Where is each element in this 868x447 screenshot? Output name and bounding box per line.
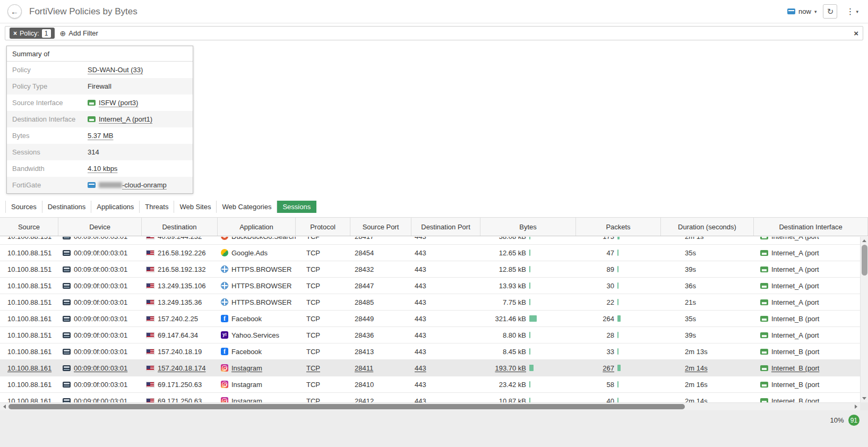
cell-destination-interface: Internet_B (port xyxy=(754,311,860,326)
status-bar: 10% 91 xyxy=(0,410,868,447)
cell-destination-port: 443 xyxy=(411,261,480,277)
horizontal-scrollbar[interactable] xyxy=(0,402,860,410)
status-widgets: 10% 91 xyxy=(830,415,860,426)
summary-value-text[interactable]: -cloud-onramp xyxy=(122,181,167,189)
table-row[interactable]: 10.100.88.15100:09:0f:00:03:0140.89.244.… xyxy=(0,237,860,245)
device-icon xyxy=(63,250,71,256)
destination-port: 443 xyxy=(415,237,426,240)
cell-protocol: TCP xyxy=(296,343,350,359)
tab-sources[interactable]: Sources xyxy=(5,201,42,213)
summary-value-text[interactable]: SD-WAN-Out (33) xyxy=(88,66,143,74)
device-icon xyxy=(63,349,71,355)
column-header-destination-interface[interactable]: Destination Interface xyxy=(754,218,868,236)
duration: 2m 1s xyxy=(685,237,703,240)
tab-threats[interactable]: Threats xyxy=(140,201,174,213)
cell-destination-interface: Internet_A (port xyxy=(754,294,860,310)
facebook-icon xyxy=(221,348,228,355)
tab-applications[interactable]: Applications xyxy=(91,201,140,213)
add-filter-button[interactable]: ⊕ Add Filter xyxy=(60,29,98,38)
refresh-button[interactable]: ↻ xyxy=(823,4,837,19)
summary-value: -cloud-onramp xyxy=(88,181,167,189)
summary-value-text[interactable]: Internet_A (port1) xyxy=(99,115,152,123)
destination-ip: 157.240.18.19 xyxy=(158,348,202,356)
application-name: Google.Ads xyxy=(231,249,268,257)
source-port: 28449 xyxy=(355,315,374,323)
table-row[interactable]: 10.100.88.15100:09:0f:00:03:0113.249.135… xyxy=(0,294,860,311)
policy-filter-chip[interactable]: × Policy: 1 xyxy=(10,28,55,39)
table-row[interactable]: 10.100.88.16100:09:0f:00:03:01157.240.2.… xyxy=(0,311,860,327)
interface-icon xyxy=(760,349,768,355)
summary-value-text[interactable]: 5.37 MB xyxy=(88,132,113,140)
column-header-source[interactable]: Source xyxy=(0,218,58,236)
interface-icon xyxy=(760,332,768,338)
duration: 39s xyxy=(685,265,696,273)
device-icon xyxy=(63,398,71,403)
remove-filter-icon[interactable]: × xyxy=(13,30,17,37)
tab-sessions[interactable]: Sessions xyxy=(277,201,316,213)
scroll-left-arrow[interactable] xyxy=(1,403,8,410)
column-header-destination[interactable]: Destination xyxy=(142,218,218,236)
bytes-value: 13.93 kB xyxy=(480,282,526,290)
column-header-source-port[interactable]: Source Port xyxy=(350,218,411,236)
device-mac: 00:09:0f:00:03:01 xyxy=(74,331,127,339)
filter-input-area[interactable]: × Policy: 1 ⊕ Add Filter × xyxy=(5,26,863,40)
tab-web-categories[interactable]: Web Categories xyxy=(217,201,277,213)
more-menu-button[interactable]: ⋮ ▾ xyxy=(844,6,861,16)
cell-source-port: 28436 xyxy=(350,327,411,343)
protocol: TCP xyxy=(306,364,320,372)
add-filter-label: Add Filter xyxy=(68,29,98,37)
clear-filters-icon[interactable]: × xyxy=(854,29,858,38)
summary-value: ISFW (port3) xyxy=(88,99,138,107)
table-row[interactable]: 10.100.88.15100:09:0f:00:03:01216.58.192… xyxy=(0,245,860,261)
cell-destination-port: 443 xyxy=(411,278,480,294)
scroll-up-arrow[interactable] xyxy=(861,237,868,244)
column-header-duration-seconds-[interactable]: Duration (seconds) xyxy=(661,218,754,236)
tab-destinations[interactable]: Destinations xyxy=(42,201,92,213)
cell-duration: 2m 14s xyxy=(661,360,754,376)
horizontal-scroll-thumb[interactable] xyxy=(8,404,685,409)
destination-ip: 157.240.2.25 xyxy=(158,315,198,323)
summary-value-text[interactable]: ISFW (port3) xyxy=(99,99,138,107)
column-header-device[interactable]: Device xyxy=(58,218,142,236)
bytes-bar xyxy=(529,282,530,289)
destination-interface: Internet_A (port xyxy=(771,331,819,339)
vertical-scroll-thumb[interactable] xyxy=(862,245,867,276)
table-row[interactable]: 10.100.88.15100:09:0f:00:03:0169.147.64.… xyxy=(0,327,860,343)
fortigate-icon xyxy=(787,8,795,14)
summary-label: Source Interface xyxy=(7,99,88,107)
tab-web-sites[interactable]: Web Sites xyxy=(174,201,217,213)
summary-value: Internet_A (port1) xyxy=(88,115,152,123)
cell-bytes: 193.70 kB xyxy=(480,360,576,376)
cell-protocol: TCP xyxy=(296,245,350,261)
column-header-destination-port[interactable]: Destination Port xyxy=(411,218,480,236)
source-ip: 10.100.88.151 xyxy=(7,282,51,290)
column-header-protocol[interactable]: Protocol xyxy=(296,218,350,236)
table-row[interactable]: 10.100.88.15100:09:0f:00:03:0113.249.135… xyxy=(0,278,860,294)
cell-application: DuckDuckGo.Search xyxy=(218,237,296,244)
table-row[interactable]: 10.100.88.16100:09:0f:00:03:01157.240.18… xyxy=(0,343,860,360)
column-header-packets[interactable]: Packets xyxy=(576,218,661,236)
time-range-dropdown[interactable]: now ▾ xyxy=(787,7,817,15)
protocol: TCP xyxy=(306,237,320,240)
interface-icon xyxy=(760,267,768,272)
cell-source-port: 28411 xyxy=(350,360,411,376)
cell-packets: 89 xyxy=(576,261,661,277)
summary-value-text[interactable]: 4.10 kbps xyxy=(88,165,117,173)
cell-packets: 40 xyxy=(576,393,661,402)
cell-bytes: 8.80 kB xyxy=(480,327,576,343)
column-header-bytes[interactable]: Bytes xyxy=(480,218,576,236)
table-row[interactable]: 10.100.88.16100:09:0f:00:03:0169.171.250… xyxy=(0,393,860,402)
scroll-down-arrow[interactable] xyxy=(861,395,868,402)
notification-badge[interactable]: 91 xyxy=(848,415,860,426)
protocol: TCP xyxy=(306,265,320,273)
column-header-application[interactable]: Application xyxy=(218,218,296,236)
bytes-bar xyxy=(529,348,530,355)
packets-value: 267 xyxy=(576,364,614,372)
vertical-scrollbar[interactable] xyxy=(860,237,868,402)
table-row[interactable]: 10.100.88.16100:09:0f:00:03:0169.171.250… xyxy=(0,376,860,393)
summary-value: Firewall xyxy=(88,82,111,90)
back-button[interactable]: ← xyxy=(7,4,22,19)
scroll-right-arrow[interactable] xyxy=(852,403,860,410)
table-row[interactable]: 10.100.88.16100:09:0f:00:03:01157.240.18… xyxy=(0,360,860,376)
table-row[interactable]: 10.100.88.15100:09:0f:00:03:01216.58.192… xyxy=(0,261,860,278)
